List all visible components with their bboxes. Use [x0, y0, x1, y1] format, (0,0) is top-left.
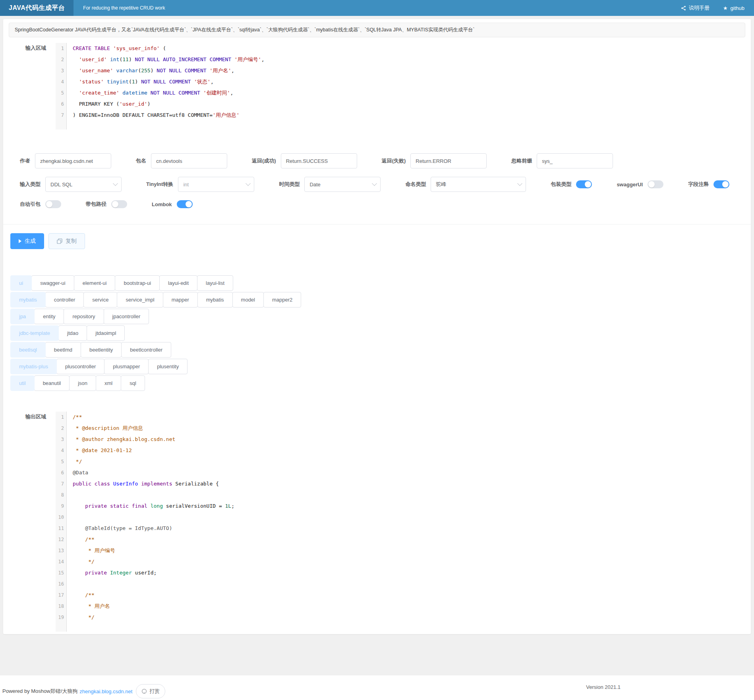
tab-swagger-ui[interactable]: swagger-ui: [31, 275, 74, 291]
tab-category-jpa[interactable]: jpa: [10, 309, 35, 324]
copy-button-label: 复制: [66, 238, 77, 245]
tab-sql[interactable]: sql: [121, 375, 145, 391]
input-type-label: 输入类型: [20, 181, 41, 188]
tab-beetlentity[interactable]: beetlentity: [81, 342, 122, 358]
lombok-toggle[interactable]: [177, 200, 193, 208]
code-line: 2 'user_id' int(11) NOT NULL AUTO_INCREM…: [56, 54, 734, 65]
code-line: 4 * @date 2021-01-12: [56, 445, 734, 456]
code-line-text: PRIMARY KEY ('user_id'): [66, 99, 151, 110]
naming-type-select-value: 驼峰: [436, 181, 446, 188]
tab-model[interactable]: model: [232, 292, 264, 307]
tab-jpacontroller[interactable]: jpacontroller: [104, 309, 149, 324]
ignore-prefix-input[interactable]: [537, 153, 613, 168]
wrapper-type-toggle[interactable]: [576, 180, 592, 188]
form-row-basic: 作者包名返回(成功)返回(失败)忽略前缀: [3, 153, 751, 168]
field-time-type: 时间类型Date: [279, 177, 381, 192]
swagger-ui-toggle[interactable]: [648, 180, 663, 188]
tab-category-jdbc-template[interactable]: jdbc-template: [10, 325, 59, 341]
code-line: 1/**: [56, 412, 734, 423]
tinyint-convert-select[interactable]: int: [178, 177, 254, 192]
tab-controller[interactable]: controller: [45, 292, 84, 307]
line-number: 9: [56, 501, 66, 512]
input-type-select[interactable]: DDL SQL: [45, 177, 122, 192]
code-line: 4 'status' tinyint(1) NOT NULL COMMENT '…: [56, 76, 734, 87]
main-card: SpringBootCodeGenerator JAVA代码生成平台，又名`JA…: [3, 19, 751, 634]
code-line-text: @Data: [66, 467, 88, 478]
tab-layui-list[interactable]: layui-list: [197, 275, 233, 291]
tab-category-mybatis[interactable]: mybatis: [10, 292, 46, 307]
author-label: 作者: [20, 157, 30, 164]
package-label: 包名: [136, 157, 146, 164]
with-package-path-toggle[interactable]: [111, 200, 127, 208]
return-error-input[interactable]: [410, 153, 487, 168]
field-naming-type: 命名类型驼峰: [405, 177, 526, 192]
swagger-ui-label: swaggerUI: [617, 182, 643, 188]
tab-pluscontroller[interactable]: pluscontroller: [56, 359, 104, 374]
chevron-down-icon: [246, 181, 251, 186]
code-line: 14 */: [56, 556, 734, 567]
tab-beetlcontroller[interactable]: beetlcontroller: [121, 342, 171, 358]
tab-xml[interactable]: xml: [96, 375, 121, 391]
tab-service_impl[interactable]: service_impl: [117, 292, 163, 307]
tab-json[interactable]: json: [69, 375, 96, 391]
github-link[interactable]: ★ github: [723, 5, 744, 11]
code-line-text: [66, 489, 73, 501]
tab-plusentity[interactable]: plusentity: [148, 359, 188, 374]
tab-bootstrap-ui[interactable]: bootstrap-ui: [115, 275, 160, 291]
tab-mapper2[interactable]: mapper2: [263, 292, 301, 307]
generate-button[interactable]: 生成: [10, 233, 44, 249]
code-line-text: /**: [66, 590, 95, 601]
tab-category-beetlsql[interactable]: beetlsql: [10, 342, 46, 358]
time-type-select[interactable]: Date: [304, 177, 381, 192]
tab-plusmapper[interactable]: plusmapper: [104, 359, 149, 374]
code-line: 3 * @author zhengkai.blog.csdn.net: [56, 434, 734, 445]
tab-repository[interactable]: repository: [64, 309, 104, 324]
author-blog-link[interactable]: zhengkai.blog.csdn.net: [79, 688, 132, 694]
code-line: 10: [56, 512, 734, 523]
code-line-text: 'user_name' varchar(255) NOT NULL COMMEN…: [66, 65, 234, 76]
package-input[interactable]: [151, 153, 227, 168]
manual-link-label: 说明手册: [689, 4, 710, 12]
tab-group-mybatis-plus: mybatis-pluspluscontrollerplusmapperplus…: [10, 359, 744, 374]
code-line-text: CREATE TABLE 'sys_user_info' (: [66, 43, 166, 54]
code-line: 2 * @description 用户信息: [56, 423, 734, 434]
tab-entity[interactable]: entity: [34, 309, 64, 324]
donate-button[interactable]: 打赏: [136, 684, 165, 698]
tab-category-mybatis-plus[interactable]: mybatis-plus: [10, 359, 57, 374]
field-swagger-ui: swaggerUI: [617, 180, 663, 188]
chevron-down-icon: [518, 181, 523, 186]
tab-layui-edit[interactable]: layui-edit: [159, 275, 197, 291]
naming-type-select[interactable]: 驼峰: [431, 177, 526, 192]
copy-button[interactable]: 复制: [48, 233, 85, 249]
code-line: 13 * 用户编号: [56, 545, 734, 556]
return-success-input[interactable]: [281, 153, 357, 168]
tab-category-util[interactable]: util: [10, 375, 35, 391]
tab-service[interactable]: service: [83, 292, 117, 307]
author-input[interactable]: [35, 153, 111, 168]
tab-category-ui[interactable]: ui: [10, 275, 32, 291]
tab-beetlmd[interactable]: beetlmd: [45, 342, 81, 358]
line-number: 3: [56, 65, 66, 76]
tab-group-beetlsql: beetlsqlbeetlmdbeetlentitybeetlcontrolle…: [10, 342, 744, 358]
tab-mapper[interactable]: mapper: [163, 292, 198, 307]
auto-import-label: 自动引包: [20, 201, 41, 208]
tab-element-ui[interactable]: element-ui: [74, 275, 116, 291]
manual-link[interactable]: 说明手册: [681, 4, 710, 12]
line-number: 18: [56, 601, 66, 612]
tinyint-convert-select-value: int: [183, 182, 189, 188]
field-with-package-path: 带包路径: [86, 200, 127, 208]
field-comment-toggle[interactable]: [713, 180, 729, 188]
auto-import-toggle[interactable]: [45, 200, 61, 208]
line-number: 1: [56, 412, 66, 423]
tab-beanutil[interactable]: beanutil: [34, 375, 70, 391]
line-number: 14: [56, 556, 66, 567]
java-output-editor[interactable]: 1/**2 * @description 用户信息3 * @author zhe…: [56, 412, 734, 632]
form-row-options: 输入类型DDL SQLTinyInt转换int时间类型Date命名类型驼峰包装类…: [3, 177, 751, 192]
line-number: 4: [56, 76, 66, 87]
code-line-text: * 用户编号: [66, 545, 115, 556]
sql-input-editor[interactable]: 1CREATE TABLE 'sys_user_info' (2 'user_i…: [56, 43, 734, 130]
tab-mybatis[interactable]: mybatis: [197, 292, 233, 307]
tab-group-util: utilbeanutiljsonxmlsql: [10, 375, 744, 391]
tab-jtdaoimpl[interactable]: jtdaoimpl: [87, 325, 125, 341]
tab-jtdao[interactable]: jtdao: [58, 325, 87, 341]
